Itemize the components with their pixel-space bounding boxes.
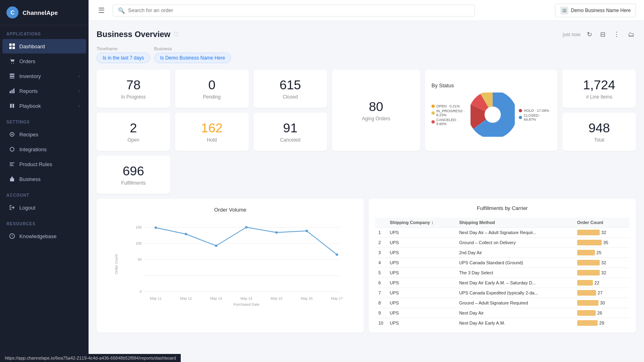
pie-chart-container — [471, 93, 515, 138]
sidebar-section-resources: RESOURCES ? Knowledgebase — [0, 215, 89, 244]
table-row[interactable]: 7 UPS UPS Canada Expedited (typically 2-… — [375, 288, 630, 298]
count-bar — [577, 310, 596, 316]
count-value: 25 — [597, 250, 601, 255]
order-count-bar: 27 — [574, 288, 630, 298]
by-status-content: OPEN · 0.21% IN_PROGRESS · 8.23% CANCELE… — [431, 93, 551, 138]
table-row[interactable]: 1 UPS Next Day Air – Adult Signature Req… — [375, 228, 630, 238]
table-row[interactable]: 2 UPS Ground – Collect on Delivery 35 — [375, 238, 630, 248]
count-bar — [577, 290, 596, 296]
shipping-method: 2nd Day Air — [456, 248, 574, 258]
order-count-bar: 25 — [574, 248, 630, 258]
svg-point-37 — [245, 226, 248, 228]
svg-rect-6 — [10, 74, 14, 75]
in-progress-value: 78 — [126, 78, 141, 93]
business-chip[interactable]: Is Demo Business Name Here — [154, 53, 231, 63]
stat-total: 948 Total — [562, 113, 636, 151]
col-order-count[interactable]: Order Count — [574, 218, 630, 228]
svg-rect-14 — [10, 164, 13, 165]
legend-dot-hold — [519, 109, 522, 112]
header: ☰ 🔍 🏢 Demo Business Name Here — [89, 0, 644, 21]
sidebar-item-playbook[interactable]: Playbook › — [2, 99, 86, 113]
count-value: 32 — [601, 260, 606, 265]
svg-text:0: 0 — [140, 290, 142, 294]
search-bar: 🔍 — [113, 4, 475, 16]
by-status-legend-right: HOLD · 17.09% CLOSED · 64.87% — [519, 109, 551, 121]
count-value: 32 — [601, 230, 606, 235]
count-value: 30 — [600, 300, 605, 305]
sidebar-item-reports[interactable]: Reports › — [2, 84, 86, 98]
svg-text:May 17: May 17 — [331, 296, 343, 300]
stat-hold: 162 Hold — [175, 113, 249, 151]
svg-text:150: 150 — [136, 225, 142, 229]
svg-point-39 — [305, 230, 308, 232]
sidebar-item-orders[interactable]: Orders — [2, 54, 86, 68]
sidebar-item-product-rules[interactable]: Product Rules — [2, 157, 86, 171]
business-name: Demo Business Name Here — [571, 8, 631, 13]
integration-icon — [9, 146, 15, 152]
col-shipping-company[interactable]: Shipping Company ↕ — [386, 218, 456, 228]
table-row[interactable]: 5 UPS The 3 Day Select 32 — [375, 268, 630, 278]
table-row[interactable]: 6 UPS Next Day Air Early A.M. – Saturday… — [375, 278, 630, 288]
table-row[interactable]: 10 UPS Next Day Air Early A.M. 29 — [375, 318, 630, 327]
fulfillments-table-scroll[interactable]: Shipping Company ↕ Shipping Method Order… — [375, 218, 630, 326]
inventory-icon — [9, 73, 15, 79]
shipping-method: Next Day Air Early A.M. – Saturday D... — [456, 278, 574, 288]
shipping-company: UPS — [386, 228, 456, 238]
business-filter: Business Is Demo Business Name Here — [154, 46, 231, 63]
legend-in-progress: IN_PROGRESS · 8.23% — [431, 109, 466, 117]
shipping-method: Next Day Air Early A.M. — [456, 318, 574, 327]
filter-icon[interactable]: ⊟ — [599, 29, 607, 40]
refresh-icon[interactable]: ↻ — [585, 29, 594, 40]
sidebar-item-logout[interactable]: Logout — [2, 200, 86, 215]
section-label-account: ACCOUNT — [0, 187, 89, 200]
sidebar-item-business[interactable]: Business — [2, 172, 86, 186]
sidebar-section-account: ACCOUNT Logout — [0, 187, 89, 215]
sidebar-item-recipes[interactable]: Recipes — [2, 127, 86, 142]
sidebar-item-label: Dashboard — [19, 43, 45, 49]
hamburger-icon[interactable]: ☰ — [97, 4, 106, 16]
open-label: Open — [128, 137, 139, 143]
timeframe-chip[interactable]: Is in the last 7 days — [97, 53, 150, 63]
row-num: 6 — [375, 278, 386, 288]
fulfillments-by-carrier-title: Fulfillments by Carrier — [375, 205, 630, 211]
svg-rect-8 — [10, 78, 14, 78]
sidebar-item-label: Playbook — [19, 103, 41, 109]
table-header-row: Shipping Company ↕ Shipping Method Order… — [375, 218, 630, 228]
search-icon: 🔍 — [118, 7, 125, 14]
folder-icon[interactable]: 🗂 — [626, 29, 636, 40]
table-row[interactable]: 3 UPS 2nd Day Air 25 — [375, 248, 630, 258]
total-value: 948 — [588, 121, 610, 136]
recipe-icon — [9, 131, 15, 138]
svg-text:May 15: May 15 — [270, 296, 283, 300]
sidebar-section-applications: APPLICATIONS Dashboard Orders — [0, 25, 89, 113]
favorite-icon[interactable]: ♡ — [173, 31, 179, 38]
svg-text:May 11: May 11 — [150, 296, 162, 300]
table-row[interactable]: 9 UPS Next Day Air 26 — [375, 308, 630, 318]
search-input[interactable] — [128, 7, 470, 13]
shipping-company: UPS — [386, 258, 456, 268]
sidebar-item-inventory[interactable]: Inventory › — [2, 69, 86, 83]
svg-point-24 — [485, 107, 501, 123]
col-num — [375, 218, 386, 228]
table-row[interactable]: 4 UPS UPS Canada Standard (Ground) 32 — [375, 258, 630, 268]
sidebar-item-integrations[interactable]: Integrations — [2, 142, 86, 156]
logo-icon: C — [6, 6, 19, 19]
svg-text:?: ? — [11, 234, 13, 238]
svg-rect-16 — [10, 178, 14, 181]
table-row[interactable]: 8 UPS Ground – Adult Signature Required … — [375, 298, 630, 308]
stat-open: 2 Open — [97, 113, 170, 151]
row-num: 5 — [375, 268, 386, 278]
section-label-settings: SETTINGS — [0, 113, 89, 127]
logo-text: ChannelApe — [23, 9, 58, 16]
header-right: 🏢 Demo Business Name Here — [555, 4, 636, 17]
page-header: Business Overview ♡ just now ↻ ⊟ ⋮ 🗂 — [97, 29, 636, 40]
svg-point-34 — [155, 226, 157, 229]
more-icon[interactable]: ⋮ — [612, 29, 621, 40]
business-selector[interactable]: 🏢 Demo Business Name Here — [555, 4, 636, 17]
sidebar-item-dashboard[interactable]: Dashboard — [2, 39, 86, 53]
sidebar-item-knowledgebase[interactable]: ? Knowledgebase — [2, 229, 86, 243]
col-shipping-method[interactable]: Shipping Method — [456, 218, 574, 228]
bar-chart-icon — [9, 88, 15, 94]
stat-closed: 615 Closed — [254, 70, 327, 108]
by-status-card: By Status OPEN · 0.21% IN_PROGRESS · 8.2… — [425, 70, 557, 151]
